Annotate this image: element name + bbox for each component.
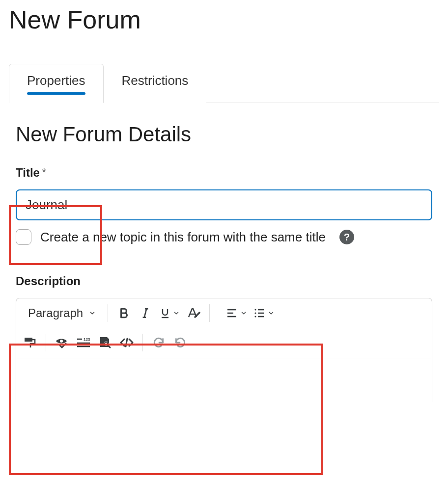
svg-rect-14 [25,338,32,342]
tab-restrictions-label: Restrictions [122,73,189,88]
italic-button[interactable] [135,301,156,325]
active-tab-indicator [27,92,85,95]
tab-properties-label: Properties [27,73,85,88]
svg-line-22 [108,345,110,347]
toolbar-separator [108,304,108,322]
list-icon [253,307,266,319]
align-icon [225,307,238,319]
svg-point-8 [254,309,256,310]
svg-point-15 [60,340,63,343]
title-input[interactable] [16,189,432,220]
help-icon-text: ? [344,232,350,243]
list-button[interactable] [250,301,278,325]
redo-icon [174,336,187,349]
section-title: New Forum Details [16,123,439,146]
redo-button[interactable] [169,331,191,354]
word-count-icon: 123 [76,337,91,348]
format-dropdown[interactable]: Paragraph [19,301,103,325]
preview-button[interactable] [94,331,116,354]
create-topic-label: Create a new topic in this forum with th… [40,230,326,245]
description-label-text: Description [16,274,81,288]
chevron-down-icon [240,310,247,317]
toolbar-separator [142,334,143,351]
text-color-button[interactable] [183,301,204,325]
underline-icon [159,307,171,319]
svg-point-10 [254,316,256,317]
tab-properties[interactable]: Properties [9,64,104,103]
svg-point-9 [254,312,256,314]
format-painter-button[interactable] [19,331,41,354]
title-label: Title * [16,166,439,180]
accessibility-checker-button[interactable] [51,331,73,354]
undo-button[interactable] [148,331,169,354]
create-topic-checkbox[interactable] [16,229,31,245]
editor-toolbar-row-2: 123 [16,328,432,358]
toolbar-separator [209,304,210,322]
align-button[interactable] [223,301,250,325]
format-painter-icon [23,336,37,349]
chevron-down-icon [173,310,180,317]
underline-button[interactable] [156,301,183,325]
bold-icon [117,307,130,319]
format-dropdown-label: Paragraph [28,306,83,320]
code-icon [119,337,134,348]
undo-icon [152,336,165,349]
page-search-icon [98,336,112,349]
chevron-down-icon [89,310,96,317]
toolbar-separator [46,334,46,351]
italic-icon [139,307,152,319]
rich-text-editor: Paragraph [16,298,432,358]
source-code-button[interactable] [116,331,138,354]
chevron-down-icon [268,310,275,317]
required-asterisk: * [42,166,46,180]
svg-line-23 [126,339,127,346]
tab-restrictions[interactable]: Restrictions [104,64,207,103]
svg-text:123: 123 [84,337,90,342]
description-editor-body[interactable] [16,358,432,402]
help-icon[interactable]: ? [339,230,354,244]
bold-button[interactable] [113,301,135,325]
description-label: Description [16,274,439,288]
text-color-icon [187,307,200,319]
tabs: Properties Restrictions [9,64,439,103]
editor-toolbar-row-1: Paragraph [16,298,432,328]
svg-line-2 [144,309,146,317]
page-title: New Forum [9,5,439,34]
word-count-button[interactable]: 123 [73,331,94,354]
eye-check-icon [55,336,69,349]
title-label-text: Title [16,166,40,180]
